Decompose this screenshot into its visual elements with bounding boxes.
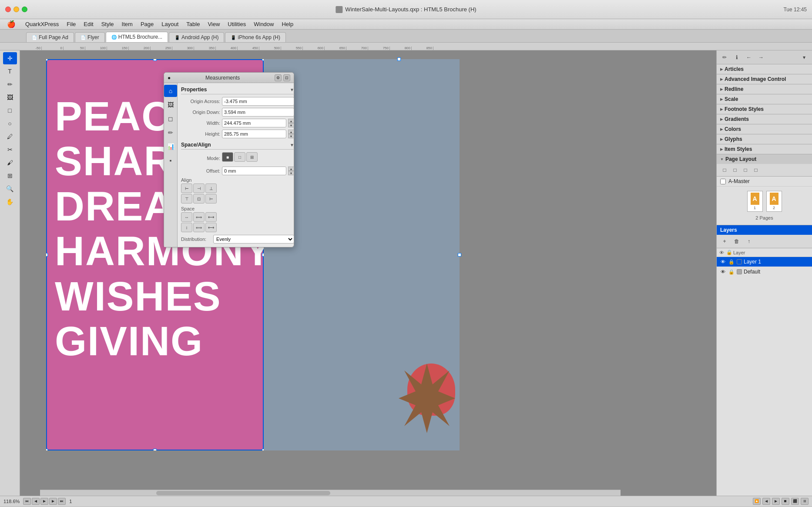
nav-prev[interactable]: ◀	[32, 498, 40, 505]
align-bottom[interactable]: ⊢	[205, 194, 217, 203]
layers-move-button[interactable]: ↑	[744, 237, 754, 246]
height-step-up[interactable]: ▲	[288, 130, 294, 134]
offset-input[interactable]	[222, 167, 286, 175]
space-h-left[interactable]: ↔	[181, 212, 192, 222]
panel-tool-arrow-left[interactable]: ←	[744, 53, 754, 62]
align-center-h[interactable]: ⊣	[193, 183, 205, 193]
selection-handle-bc[interactable]	[153, 449, 157, 450]
selection-handle-bl[interactable]	[46, 449, 48, 450]
selection-handle-tc[interactable]	[153, 59, 157, 61]
tab-html5-brochure[interactable]: 🌐 HTML5 Brochure...	[106, 32, 168, 42]
tool-scissors[interactable]: ✂	[3, 143, 17, 156]
selection-handle-right[interactable]	[458, 253, 461, 257]
nav-first[interactable]: ⏮	[23, 498, 31, 505]
properties-expand-icon[interactable]: ▼	[290, 87, 294, 92]
tool-hand[interactable]: ✋	[3, 196, 17, 208]
layer-vis-default[interactable]: 👁	[719, 268, 726, 275]
offset-step-up[interactable]: ▲	[288, 167, 294, 171]
tool-zoom[interactable]: 🔍	[3, 183, 17, 195]
a-master-row[interactable]: A-Master	[717, 177, 812, 187]
align-right[interactable]: ⊥	[205, 183, 217, 193]
mode-btn-1[interactable]: ■	[222, 152, 233, 162]
layer-lock-1[interactable]: 🔒	[728, 258, 735, 265]
align-top[interactable]: ⊤	[181, 194, 192, 203]
layers-add-button[interactable]: +	[719, 237, 730, 246]
nav-next[interactable]: ▶	[49, 498, 57, 505]
width-step-down[interactable]: ▼	[288, 123, 294, 127]
space-v-bottom[interactable]: ⟷	[205, 223, 217, 232]
statusbar-tool-1[interactable]: 🔼	[753, 498, 761, 505]
page-layout-tool-2[interactable]: □	[730, 165, 740, 175]
panel-section-header-footnote-styles[interactable]: ▶ Footnote Styles	[717, 104, 812, 114]
align-center-v[interactable]: ⊡	[193, 194, 205, 203]
statusbar-tool-5[interactable]: ⬛	[791, 498, 799, 505]
meas-tool-pen[interactable]: ✏	[164, 127, 177, 139]
menu-quarkxpress[interactable]: QuarkXPress	[22, 20, 62, 28]
tool-paint[interactable]: 🖌	[3, 157, 17, 169]
tool-pointer[interactable]: ✛	[3, 52, 17, 64]
statusbar-tool-3[interactable]: ▶	[772, 498, 780, 505]
close-button[interactable]	[5, 7, 11, 12]
menu-view[interactable]: View	[204, 20, 223, 28]
panel-section-header-colors[interactable]: ▶ Colors	[717, 124, 812, 134]
panel-section-header-page-layout[interactable]: ▼ Page Layout	[717, 154, 812, 164]
layer-lock-default[interactable]: 🔒	[728, 268, 735, 275]
panel-tool-edit[interactable]: ✏	[719, 53, 730, 62]
panel-section-header-scale[interactable]: ▶ Scale	[717, 94, 812, 104]
panel-section-header-advanced-image-control[interactable]: ▶ Advanced Image Control	[717, 74, 812, 84]
scrollbar-horizontal[interactable]	[40, 490, 621, 496]
distribution-select[interactable]: Evenly Between At Start At End	[213, 235, 294, 243]
layer-vis-1[interactable]: 👁	[719, 258, 726, 265]
panel-section-header-gradients[interactable]: ▶ Gradients	[717, 114, 812, 124]
panel-tool-chevron[interactable]: ▾	[799, 53, 809, 62]
measurements-gear-button[interactable]: ⚙	[275, 74, 282, 81]
tool-text[interactable]: T	[3, 65, 17, 77]
menu-file[interactable]: File	[63, 20, 79, 28]
tool-pen[interactable]: 🖊	[3, 130, 17, 143]
a-master-checkbox[interactable]	[720, 179, 726, 184]
statusbar-tool-4[interactable]: ⏹	[782, 498, 789, 505]
height-step-down[interactable]: ▼	[288, 134, 294, 138]
tab-android-app[interactable]: 📱 Android App (H)	[169, 32, 224, 42]
menu-page[interactable]: Page	[137, 20, 157, 28]
menu-layout[interactable]: Layout	[158, 20, 182, 28]
space-v-top[interactable]: ↕	[181, 223, 192, 232]
width-input[interactable]	[222, 119, 286, 127]
space-h-center[interactable]: ⟺	[193, 212, 205, 222]
tool-image[interactable]: 🖼	[3, 91, 17, 103]
width-step-up[interactable]: ▲	[288, 119, 294, 123]
scrollbar-thumb[interactable]	[156, 491, 330, 495]
tab-flyer[interactable]: 📄 Flyer	[75, 32, 105, 42]
selection-handle-tl[interactable]	[46, 59, 48, 61]
selection-handle-ml[interactable]	[46, 253, 48, 257]
panel-section-header-item-styles[interactable]: ▶ Item Styles	[717, 144, 812, 154]
tool-ellipse[interactable]: ○	[3, 117, 17, 130]
nav-last[interactable]: ⏭	[58, 498, 66, 505]
menu-item[interactable]: Item	[118, 20, 136, 28]
origin-down-input[interactable]	[222, 108, 294, 117]
layer-row-default[interactable]: 👁 🔒 Default	[717, 267, 812, 277]
page-thumb-2[interactable]: A 2	[766, 191, 782, 212]
panel-section-header-glyphs[interactable]: ▶ Glyphs	[717, 134, 812, 144]
tool-table[interactable]: ⊞	[3, 170, 17, 182]
meas-tool-image[interactable]: 🖼	[164, 99, 177, 111]
panel-section-header-articles[interactable]: ▶ Articles	[717, 64, 812, 74]
tool-pencil[interactable]: ✏	[3, 78, 17, 90]
zoom-button[interactable]	[22, 7, 27, 12]
statusbar-tool-2[interactable]: ◀	[762, 498, 770, 505]
layer-row-1[interactable]: 👁 🔒 Layer 1	[717, 257, 812, 267]
space-align-expand-icon[interactable]: ▼	[290, 143, 294, 147]
layers-delete-button[interactable]: 🗑	[731, 237, 742, 246]
origin-across-input[interactable]	[222, 97, 294, 106]
canvas-area[interactable]: PEACE SHARING DREAMS HARMONY WISHES GIVI…	[20, 50, 716, 496]
minimize-button[interactable]	[13, 7, 19, 12]
page-layout-tool-1[interactable]: □	[719, 165, 730, 175]
selection-handle-top-right[interactable]	[397, 57, 401, 61]
meas-tool-select[interactable]: ◻	[164, 113, 177, 125]
meas-tool-square[interactable]: ▪	[164, 154, 177, 167]
page-layout-tool-3[interactable]: □	[740, 165, 751, 175]
nav-play[interactable]: ▶	[40, 498, 48, 505]
panel-tool-info[interactable]: ℹ	[731, 53, 742, 62]
meas-tool-chart[interactable]: 📊	[164, 140, 177, 153]
space-v-center[interactable]: ⟺	[193, 223, 205, 232]
